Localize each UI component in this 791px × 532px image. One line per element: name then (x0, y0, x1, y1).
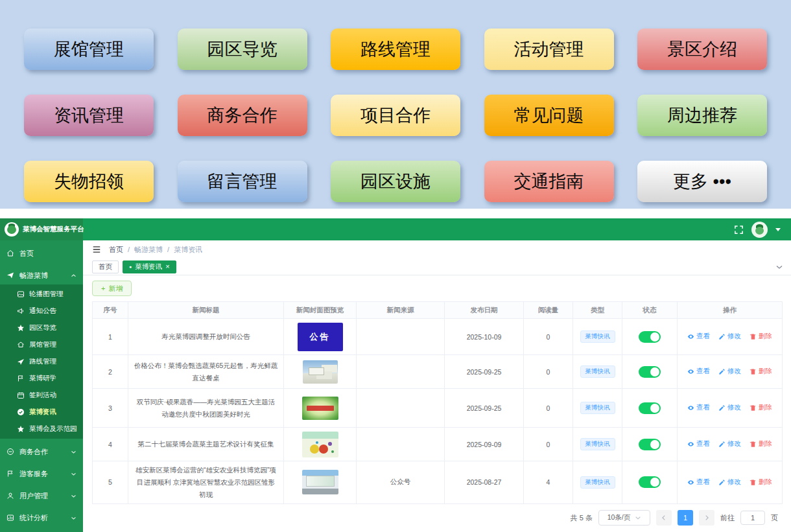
trash-icon (750, 441, 757, 448)
sidebar: 首页 畅游菜博 轮播图管理 通知公告 园区导览 展馆管理 (0, 240, 83, 532)
page-size-select[interactable]: 10条/页 (598, 510, 650, 526)
eye-icon (687, 333, 694, 340)
edit-icon (718, 404, 726, 411)
delete-button[interactable]: 删除 (750, 478, 772, 487)
submenu-item-notice[interactable]: 通知公告 (0, 303, 83, 319)
sidebar-group-user-mgmt[interactable]: 用户管理 (0, 487, 83, 505)
service-flag-icon (6, 470, 14, 478)
submenu-item-route[interactable]: 路线管理 (0, 353, 83, 370)
chevron-up-icon (71, 273, 77, 279)
tab-close-icon[interactable]: × (165, 263, 169, 270)
quick-btn-park-guide[interactable]: 园区导览 (178, 29, 307, 70)
tab-news-active[interactable]: ● 菜博资讯 × (123, 260, 176, 273)
pagination: 共 5 条 10条/页 1 前往 页 (571, 510, 778, 526)
pagination-total: 共 5 条 (571, 513, 593, 523)
building-icon (17, 341, 25, 349)
type-badge: 菜博快讯 (580, 438, 615, 450)
fullscreen-icon[interactable] (734, 225, 744, 235)
status-toggle[interactable] (639, 331, 661, 343)
sidebar-submenu: 轮播图管理 通知公告 园区导览 展馆管理 路线管理 菜博研学 (0, 284, 83, 439)
submenu-item-expo-garden[interactable]: 菜博会及示范园 (0, 421, 83, 437)
col-type: 类型 (573, 302, 622, 319)
quick-btn-route-mgmt[interactable]: 路线管理 (331, 29, 460, 70)
edit-icon (718, 333, 726, 340)
delete-button[interactable]: 删除 (750, 367, 772, 376)
submenu-item-carousel[interactable]: 轮播图管理 (0, 286, 83, 303)
news-title: 价格公布！菜博会甄选蔬菜65元起售，寿光鲜蔬直达餐桌 (128, 355, 284, 389)
quick-btn-traffic-guide[interactable]: 交通指南 (484, 161, 614, 202)
sidebar-group-business[interactable]: 商务合作 (0, 443, 83, 461)
edit-button[interactable]: 修改 (718, 439, 741, 448)
page-number-button[interactable]: 1 (678, 510, 693, 526)
submenu-item-study[interactable]: 菜博研学 (0, 370, 83, 387)
news-title: 双节同庆·硕果蔬香——寿光菜博园五大主题活动邀您共度中秋团圆美好时光 (128, 389, 284, 428)
add-button[interactable]: + 新增 (92, 281, 132, 296)
next-page-button[interactable] (699, 510, 714, 526)
user-menu-caret-icon[interactable] (775, 228, 781, 231)
tabs-collapse-icon[interactable] (775, 263, 783, 271)
col-reads: 阅读量 (524, 302, 573, 319)
status-toggle[interactable] (639, 439, 661, 450)
status-toggle[interactable] (639, 402, 661, 414)
col-id: 序号 (93, 302, 128, 319)
view-button[interactable]: 查看 (687, 367, 710, 376)
quick-btn-message-mgmt[interactable]: 留言管理 (178, 161, 307, 202)
quick-btn-faq[interactable]: 常见问题 (484, 95, 614, 136)
sidebar-group-tour[interactable]: 畅游菜博 (0, 266, 83, 284)
delete-button[interactable]: 删除 (750, 403, 772, 412)
type-badge: 菜博快讯 (580, 476, 615, 489)
status-toggle[interactable] (639, 476, 661, 488)
quick-btn-news-mgmt[interactable]: 资讯管理 (24, 95, 154, 136)
breadcrumb-group[interactable]: 畅游菜博 (134, 245, 163, 255)
eye-icon (687, 479, 694, 486)
edit-button[interactable]: 修改 (718, 403, 741, 412)
table-row: 3 双节同庆·硕果蔬香——寿光菜博园五大主题活动邀您共度中秋团圆美好时光 202… (93, 389, 783, 428)
star-icon (17, 324, 25, 332)
quick-btn-activity-mgmt[interactable]: 活动管理 (484, 29, 614, 70)
delete-button[interactable]: 删除 (750, 332, 772, 341)
view-button[interactable]: 查看 (687, 439, 710, 448)
breadcrumb-row: 首页 / 畅游菜博 / 菜博资讯 (83, 240, 791, 259)
quick-btn-facilities[interactable]: 园区设施 (331, 161, 460, 202)
edit-button[interactable]: 修改 (718, 332, 741, 341)
chevron-right-icon (703, 515, 710, 521)
sidebar-item-home[interactable]: 首页 (0, 244, 83, 262)
quick-btn-nearby[interactable]: 周边推荐 (637, 95, 767, 136)
sidebar-group-visitor-service[interactable]: 游客服务 (0, 465, 83, 483)
quick-btn-lost-found[interactable]: 失物招领 (24, 161, 154, 202)
edit-button[interactable]: 修改 (718, 367, 741, 376)
submenu-item-park-guide[interactable]: 园区导览 (0, 319, 83, 336)
image-icon (17, 290, 25, 298)
quick-btn-project-coop[interactable]: 项目合作 (331, 95, 460, 136)
star-icon (17, 425, 25, 433)
breadcrumb: 首页 / 畅游菜博 / 菜博资讯 (109, 245, 202, 255)
quick-btn-business-coop[interactable]: 商务合作 (178, 95, 307, 136)
table-row: 2 价格公布！菜博会甄选蔬菜65元起售，寿光鲜蔬直达餐桌 2025-09-25 … (93, 355, 783, 389)
section-divider (0, 209, 791, 218)
submenu-item-hall[interactable]: 展馆管理 (0, 336, 83, 353)
trash-icon (750, 404, 757, 411)
chevron-left-icon (661, 515, 667, 521)
goto-page-input[interactable] (740, 511, 765, 525)
submenu-item-checkin[interactable]: 签到活动 (0, 387, 83, 404)
quick-btn-more[interactable]: 更多 ••• (637, 161, 767, 202)
view-button[interactable]: 查看 (687, 403, 710, 412)
user-avatar[interactable] (751, 222, 768, 238)
tab-home[interactable]: 首页 (92, 260, 119, 273)
quick-nav-section: 展馆管理 园区导览 路线管理 活动管理 景区介绍 资讯管理 商务合作 项目合作 … (0, 0, 791, 209)
quick-btn-scenic-intro[interactable]: 景区介绍 (637, 29, 767, 70)
view-button[interactable]: 查看 (687, 478, 710, 487)
breadcrumb-home[interactable]: 首页 (109, 245, 123, 255)
trash-icon (750, 368, 757, 375)
quick-btn-exhibition-hall[interactable]: 展馆管理 (24, 29, 154, 70)
submenu-item-news-active[interactable]: 菜博资讯 (0, 404, 83, 421)
megaphone-icon (17, 307, 25, 315)
prev-page-button[interactable] (656, 510, 672, 526)
delete-button[interactable]: 删除 (750, 439, 772, 448)
edit-button[interactable]: 修改 (718, 478, 741, 487)
news-thumbnail (302, 470, 338, 494)
view-button[interactable]: 查看 (687, 332, 710, 341)
sidebar-group-statistics[interactable]: 统计分析 (0, 509, 83, 527)
status-toggle[interactable] (639, 366, 661, 378)
sidebar-fold-icon[interactable] (92, 245, 101, 254)
